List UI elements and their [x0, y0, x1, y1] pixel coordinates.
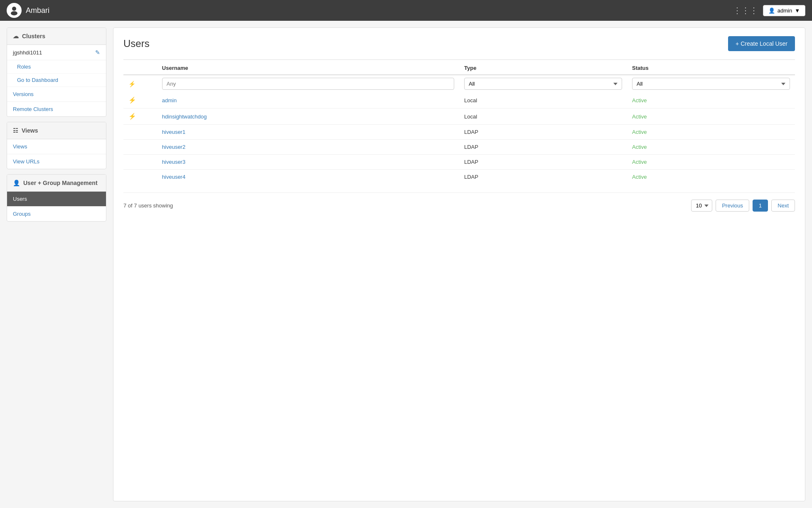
col-header-type: Type: [459, 62, 627, 75]
row-type-cell: LDAP: [459, 155, 627, 170]
next-button[interactable]: Next: [771, 200, 795, 212]
previous-button[interactable]: Previous: [716, 200, 749, 212]
svg-point-1: [12, 7, 16, 11]
row-status-cell: Active: [627, 140, 795, 155]
pagination-info: 7 of 7 users showing: [123, 202, 173, 209]
header-divider: [123, 59, 795, 60]
table-row: hiveuser4LDAPActive: [123, 170, 795, 185]
table-row: ⚡adminLocalActive: [123, 92, 795, 109]
row-icon-cell: [123, 125, 157, 140]
username-link[interactable]: hiveuser3: [162, 159, 185, 165]
user-group-icon: 👤: [13, 180, 20, 186]
user-group-header-label: User + Group Management: [23, 180, 98, 186]
sidebar-item-users[interactable]: Users: [7, 192, 106, 207]
clusters-header: ☁ Clusters: [7, 28, 106, 45]
row-type-cell: Local: [459, 109, 627, 125]
row-icon-cell: [123, 140, 157, 155]
nav-left: Ambari: [7, 3, 49, 18]
dropdown-arrow-icon: ▼: [795, 7, 800, 14]
table-row: ⚡hdinsightwatchdogLocalActive: [123, 109, 795, 125]
cluster-name: jgshhdi1011: [13, 49, 42, 56]
content-area: Users + Create Local User Username Type …: [113, 27, 805, 501]
col-header-status: Status: [627, 62, 795, 75]
username-filter-cell: [157, 75, 459, 92]
filter-icon-cell: ⚡: [123, 75, 157, 92]
row-username-cell: hiveuser2: [157, 140, 459, 155]
users-table-body: ⚡adminLocalActive⚡hdinsightwatchdogLocal…: [123, 92, 795, 184]
views-header: ☷ Views: [7, 122, 106, 139]
clusters-header-label: Clusters: [22, 33, 45, 39]
views-header-label: Views: [22, 127, 38, 134]
user-icon: 👤: [768, 7, 775, 14]
sidebar-item-groups[interactable]: Groups: [7, 207, 106, 221]
cloud-icon: ☁: [13, 33, 19, 39]
row-status-cell: Active: [627, 125, 795, 140]
sidebar-item-view-urls[interactable]: View URLs: [7, 154, 106, 169]
table-row: hiveuser1LDAPActive: [123, 125, 795, 140]
sidebar-item-remote-clusters[interactable]: Remote Clusters: [7, 102, 106, 116]
filter-lightning-icon: ⚡: [128, 81, 135, 87]
grid-sidebar-icon: ☷: [13, 127, 18, 134]
nav-right: ⋮⋮⋮ 👤 admin ▼: [733, 5, 805, 16]
row-status-cell: Active: [627, 109, 795, 125]
row-status-cell: Active: [627, 170, 795, 185]
pagination-controls: 10 25 50 Previous 1 Next: [691, 200, 795, 212]
create-local-user-button[interactable]: + Create Local User: [728, 36, 795, 51]
type-filter-select[interactable]: All Local LDAP: [464, 78, 622, 90]
page-title: Users: [123, 38, 150, 49]
row-type-cell: Local: [459, 92, 627, 109]
admin-label: admin: [778, 7, 792, 14]
main-layout: ☁ Clusters jgshhdi1011 ✎ Roles Go to Das…: [0, 21, 812, 508]
username-link[interactable]: admin: [162, 97, 177, 104]
username-filter-input[interactable]: [162, 78, 454, 90]
status-filter-select[interactable]: All Active Inactive: [632, 78, 790, 90]
sidebar-item-roles[interactable]: Roles: [7, 60, 106, 74]
row-username-cell: hdinsightwatchdog: [157, 109, 459, 125]
content-header: Users + Create Local User: [123, 36, 795, 51]
row-type-cell: LDAP: [459, 140, 627, 155]
cluster-item: jgshhdi1011 ✎: [7, 45, 106, 60]
row-status-cell: Active: [627, 92, 795, 109]
col-header-username: Username: [157, 62, 459, 75]
username-link[interactable]: hdinsightwatchdog: [162, 113, 207, 120]
top-navigation: Ambari ⋮⋮⋮ 👤 admin ▼: [0, 0, 812, 21]
page-1-button[interactable]: 1: [753, 200, 768, 212]
sidebar-item-views[interactable]: Views: [7, 139, 106, 154]
views-section: ☷ Views Views View URLs: [7, 122, 106, 169]
username-link[interactable]: hiveuser1: [162, 129, 185, 135]
lightning-row-icon: ⚡: [128, 96, 136, 104]
row-username-cell: hiveuser1: [157, 125, 459, 140]
table-row: hiveuser3LDAPActive: [123, 155, 795, 170]
filter-row: ⚡ All Local LDAP All: [123, 75, 795, 92]
per-page-select[interactable]: 10 25 50: [691, 200, 712, 212]
row-username-cell: admin: [157, 92, 459, 109]
row-username-cell: hiveuser4: [157, 170, 459, 185]
type-filter-cell: All Local LDAP: [459, 75, 627, 92]
user-group-header: 👤 User + Group Management: [7, 175, 106, 192]
app-title: Ambari: [26, 6, 49, 15]
admin-menu-button[interactable]: 👤 admin ▼: [763, 5, 805, 16]
sidebar-item-versions[interactable]: Versions: [7, 87, 106, 102]
users-table: Username Type Status ⚡ All Local: [123, 62, 795, 184]
sidebar-item-go-to-dashboard[interactable]: Go to Dashboard: [7, 74, 106, 87]
row-icon-cell: ⚡: [123, 92, 157, 109]
app-logo: [7, 3, 22, 18]
row-status-cell: Active: [627, 155, 795, 170]
row-type-cell: LDAP: [459, 170, 627, 185]
username-link[interactable]: hiveuser4: [162, 174, 185, 180]
row-username-cell: hiveuser3: [157, 155, 459, 170]
sidebar: ☁ Clusters jgshhdi1011 ✎ Roles Go to Das…: [7, 27, 106, 501]
grid-icon[interactable]: ⋮⋮⋮: [733, 5, 758, 15]
edit-cluster-icon[interactable]: ✎: [95, 49, 100, 56]
clusters-section: ☁ Clusters jgshhdi1011 ✎ Roles Go to Das…: [7, 27, 106, 117]
username-link[interactable]: hiveuser2: [162, 144, 185, 150]
pagination-row: 7 of 7 users showing 10 25 50 Previous 1…: [123, 192, 795, 212]
col-header-icon: [123, 62, 157, 75]
ambari-logo-icon: [8, 5, 20, 16]
lightning-row-icon: ⚡: [128, 113, 136, 120]
svg-point-2: [11, 11, 17, 15]
row-type-cell: LDAP: [459, 125, 627, 140]
row-icon-cell: ⚡: [123, 109, 157, 125]
table-row: hiveuser2LDAPActive: [123, 140, 795, 155]
table-header-row: Username Type Status: [123, 62, 795, 75]
